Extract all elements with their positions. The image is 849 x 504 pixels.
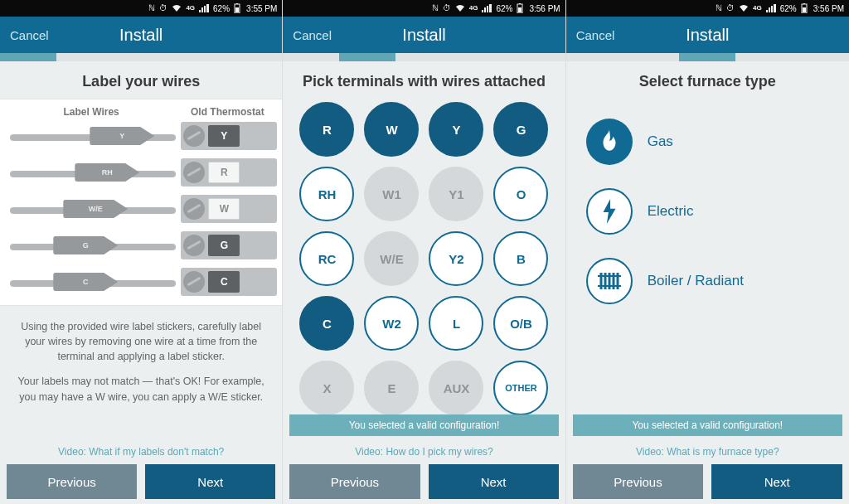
signal-icon [766,4,776,12]
wire-tag: RH [75,163,139,182]
wifi-icon [739,4,749,12]
wire-row: RH R [5,154,277,191]
page-heading: Select furnace type [566,61,849,99]
furnace-label: Electric [648,203,694,220]
furnace-label: Boiler / Radiant [648,273,744,289]
page-heading: Label your wires [0,61,282,99]
status-time: 3:56 PM [813,4,844,13]
terminal-y1[interactable]: Y1 [429,167,483,221]
page-heading: Pick terminals with wires attached [283,61,565,99]
terminal-ob[interactable]: O/B [493,296,548,351]
wire-row: Y Y [5,118,277,154]
battery-pct: 62% [496,4,512,13]
terminal-l[interactable]: L [429,296,483,351]
col-header-label: Label Wires [5,106,177,118]
terminal-rh[interactable]: RH [299,167,354,221]
terminal-chip: Y [208,125,240,147]
video-link[interactable]: Video: What if my labels don't match? [0,446,282,458]
appbar: Cancel Install [283,17,565,53]
terminal-b[interactable]: B [493,231,548,286]
terminal-y[interactable]: Y [429,102,483,157]
wire-diagram: Label Wires Old Thermostat Y Y RH R W/E … [0,99,282,306]
battery-icon [234,3,240,13]
next-button[interactable]: Next [429,464,559,499]
status-time: 3:56 PM [529,4,560,13]
battery-icon [801,3,808,13]
nfc-icon: ℕ [432,4,439,12]
signal-icon [482,4,492,12]
terminal-e[interactable]: E [364,361,419,415]
wire-tag: G [53,236,118,254]
status-bar: ℕ ⏱ 4G 62% 3:56 PM [566,0,849,17]
terminal-y2[interactable]: Y2 [429,231,483,286]
battery-pct: 62% [780,4,797,13]
battery-icon [517,3,523,13]
terminal-chip: R [208,162,240,183]
appbar-title: Install [686,26,729,45]
terminal-aux[interactable]: AUX [429,361,483,415]
wire-tag: W/E [63,200,128,218]
status-bar: ℕ ⏱ 4G 62% 3:56 PM [283,0,565,17]
wifi-icon [455,4,465,12]
screw-icon [183,162,205,183]
nfc-icon: ℕ [716,4,722,12]
furnace-option-gas[interactable]: Gas [586,107,829,177]
screen-furnace-type: ℕ ⏱ 4G 62% 3:56 PM Cancel Install Select… [566,0,849,504]
terminal-we[interactable]: W/E [364,231,419,286]
radiator-icon [596,271,623,291]
appbar-title: Install [119,26,163,45]
terminal-w[interactable]: W [364,102,419,157]
furnace-label: Gas [648,133,673,150]
screw-icon [183,198,205,220]
valid-config-banner: You selected a valid configuration! [289,414,558,436]
cancel-button[interactable]: Cancel [0,28,59,42]
screen-label-wires: ℕ ⏱ 4G 62% 3:55 PM Cancel Install Label … [0,0,283,504]
terminal-rc[interactable]: RC [299,231,354,286]
next-button[interactable]: Next [711,464,842,499]
appbar: Cancel Install [0,17,282,53]
status-bar: ℕ ⏱ 4G 62% 3:55 PM [0,0,282,17]
terminal-r[interactable]: R [299,102,354,157]
previous-button[interactable]: Previous [573,464,704,499]
screw-icon [183,125,205,147]
terminal-w1[interactable]: W1 [364,167,419,221]
alarm-icon: ⏱ [726,4,735,12]
video-link[interactable]: Video: What is my furnace type? [566,446,849,458]
video-link[interactable]: Video: How do I pick my wires? [283,446,565,458]
furnace-option-electric[interactable]: Electric [586,177,829,246]
previous-button[interactable]: Previous [289,464,420,499]
wire-row: G G [5,227,277,264]
terminal-w2[interactable]: W2 [364,296,419,351]
instruction-text: Using the provided wire label stickers, … [0,306,282,424]
terminal-other[interactable]: OTHER [493,361,548,415]
cancel-button[interactable]: Cancel [566,28,625,42]
furnace-option-boiler[interactable]: Boiler / Radiant [586,246,829,316]
terminal-chip: G [208,235,240,256]
cancel-button[interactable]: Cancel [283,28,342,42]
instruction-para: Your labels may not match — that's OK! F… [15,374,267,404]
svg-rect-2 [235,7,239,12]
terminal-x[interactable]: X [299,361,354,415]
lte-icon: 4G [469,5,478,12]
battery-pct: 62% [213,4,230,13]
col-header-thermostat: Old Thermostat [177,106,277,118]
screw-icon [183,271,205,293]
wire-tag: C [53,273,118,291]
furnace-type-list: Gas Electric Boiler / Radiant [566,99,849,316]
screw-icon [183,235,205,256]
alarm-icon: ⏱ [443,4,451,12]
valid-config-banner: You selected a valid configuration! [573,414,842,436]
svg-rect-8 [803,7,806,12]
lte-icon: 4G [186,5,195,12]
terminal-o[interactable]: O [493,167,548,221]
previous-button[interactable]: Previous [7,464,137,499]
terminal-grid: R W Y G RH W1 Y1 O RC W/E Y2 B C W2 L O/… [283,99,565,420]
terminal-g[interactable]: G [493,102,548,157]
next-button[interactable]: Next [145,464,275,499]
terminal-c[interactable]: C [299,296,354,351]
nfc-icon: ℕ [148,4,155,12]
signal-icon [199,4,209,12]
wifi-icon [172,4,182,12]
wire-row: W/E W [5,191,277,227]
appbar: Cancel Install [566,17,849,53]
